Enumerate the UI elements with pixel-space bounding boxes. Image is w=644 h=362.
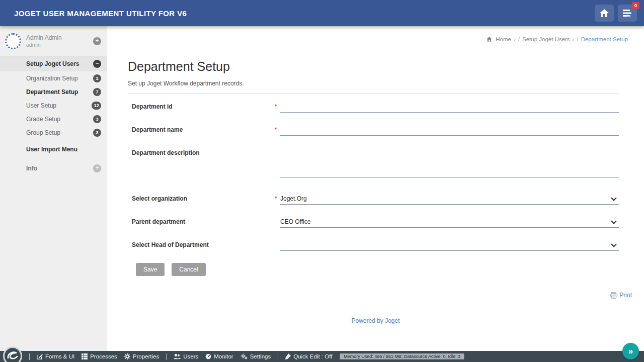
breadcrumb-home[interactable]: Home [496, 36, 511, 42]
field-label: Select Head of Department [132, 240, 275, 251]
user-expand-icon[interactable]: + [93, 37, 101, 45]
breadcrumb-current[interactable]: Department Setup [581, 36, 628, 42]
expand-fab-button[interactable]: » [622, 343, 639, 359]
sidebar-item-department-setup[interactable]: Department Setup 7 [0, 85, 107, 99]
divider [128, 93, 619, 94]
avatar [5, 33, 21, 49]
app-header: JOGET USER MANAGEMENT UTILITY FOR V6 0 [0, 0, 644, 26]
joget-logo[interactable] [3, 346, 23, 362]
memory-status-badge: Memory Used: 466 / 551 MB; Datasource Ac… [339, 353, 465, 360]
required-asterisk [275, 240, 280, 251]
form-row-department-id: Department id * [132, 102, 619, 113]
printer-icon [610, 292, 617, 299]
bottom-toolbar: Forms & UI Processes Properties [0, 351, 644, 362]
page-subtitle: Set up Joget Workflow department records… [128, 80, 619, 87]
print-link[interactable]: Print [610, 292, 632, 299]
form-row-parent-department: Parent department CEO Office [132, 217, 619, 228]
user-username: admin [26, 42, 62, 48]
department-name-input[interactable] [280, 125, 619, 136]
divider [29, 353, 30, 360]
edit-icon [37, 353, 43, 359]
sidebar-item-group-setup[interactable]: Group Setup 3 [0, 126, 107, 139]
form-row-department-description: Department description [132, 148, 619, 180]
toolbar-settings[interactable]: Settings [240, 353, 271, 359]
organization-select[interactable]: Joget.Org [280, 194, 619, 205]
user-name: Admin Admin [26, 34, 62, 42]
sidebar-item-info[interactable]: Info + [0, 161, 107, 175]
main-content: Home › / Setup Joget Users › / Departmen… [107, 26, 644, 351]
chevron-down-icon [611, 241, 616, 247]
toolbar-properties[interactable]: Properties [124, 353, 159, 359]
field-label: Select organization [132, 194, 275, 205]
count-badge: 3 [93, 115, 101, 123]
divider [278, 353, 278, 360]
field-label: Department id [132, 102, 275, 113]
powered-by-link[interactable]: Powered by Joget [351, 317, 399, 324]
count-badge: 12 [92, 102, 101, 110]
breadcrumb: Home › / Setup Joget Users › / Departmen… [487, 36, 628, 42]
field-label: Department name [132, 125, 275, 136]
sidebar-item-user-import-menu[interactable]: User Import Menu [0, 142, 107, 156]
home-icon [600, 9, 609, 17]
field-label: Parent department [132, 217, 275, 228]
gears-icon [240, 353, 248, 359]
toolbar-monitor[interactable]: Monitor [205, 353, 233, 359]
divider [166, 353, 167, 360]
department-form: Department id * Department name * Depart… [128, 102, 619, 276]
app-title: JOGET USER MANAGEMENT UTILITY FOR V6 [14, 9, 187, 18]
toolbar-quick-edit[interactable]: Quick Edit : Off [285, 353, 332, 359]
grid-icon [82, 353, 88, 359]
toolbar-processes[interactable]: Processes [82, 353, 117, 359]
sidebar-item-organization-setup[interactable]: Organization Setup 1 [0, 71, 107, 85]
form-row-select-organization: Select organization * Joget.Org [132, 194, 619, 205]
expand-icon[interactable]: + [93, 164, 101, 172]
sidebar: Admin Admin admin + Setup Joget Users − … [0, 26, 107, 351]
home-button[interactable] [595, 5, 614, 22]
parent-department-select[interactable]: CEO Office [280, 217, 619, 228]
required-asterisk: * [275, 194, 280, 205]
users-icon [174, 353, 181, 359]
count-badge: 1 [93, 74, 101, 82]
powered-by: Powered by Joget [107, 316, 644, 325]
gear-icon [124, 353, 130, 359]
brush-icon [285, 353, 291, 359]
sidebar-item-grade-setup[interactable]: Grade Setup 3 [0, 112, 107, 126]
form-row-department-name: Department name * [132, 125, 619, 136]
toolbar-users[interactable]: Users [174, 353, 198, 359]
chevron-down-icon [611, 195, 616, 201]
collapse-icon[interactable]: − [93, 60, 101, 68]
user-profile[interactable]: Admin Admin admin + [0, 26, 107, 56]
notification-badge: 0 [632, 2, 639, 9]
sidebar-section-setup-joget-users[interactable]: Setup Joget Users − [0, 56, 107, 71]
breadcrumb-setup-joget-users[interactable]: Setup Joget Users [522, 36, 570, 42]
save-button[interactable]: Save [136, 263, 165, 276]
required-asterisk [275, 217, 280, 228]
toolbar-forms-ui[interactable]: Forms & UI [37, 353, 74, 359]
monitor-gauge-icon [205, 353, 211, 359]
cancel-button[interactable]: Cancel [172, 263, 205, 276]
head-of-department-select[interactable] [280, 240, 619, 251]
breadcrumb-home-icon [487, 37, 492, 42]
department-description-textarea[interactable] [280, 148, 619, 178]
inbox-list-icon [623, 9, 632, 17]
inbox-button[interactable]: 0 [618, 5, 637, 22]
form-row-head-of-department: Select Head of Department [132, 240, 619, 251]
required-asterisk: * [275, 102, 280, 113]
page-title: Department Setup [128, 59, 619, 74]
count-badge: 3 [93, 129, 101, 137]
department-id-input[interactable] [280, 102, 619, 113]
chevron-down-icon [611, 218, 616, 224]
required-asterisk: * [275, 125, 280, 136]
sidebar-item-user-setup[interactable]: User Setup 12 [0, 99, 107, 112]
required-asterisk [275, 148, 280, 180]
field-label: Department description [132, 148, 275, 180]
count-badge: 7 [93, 88, 101, 96]
